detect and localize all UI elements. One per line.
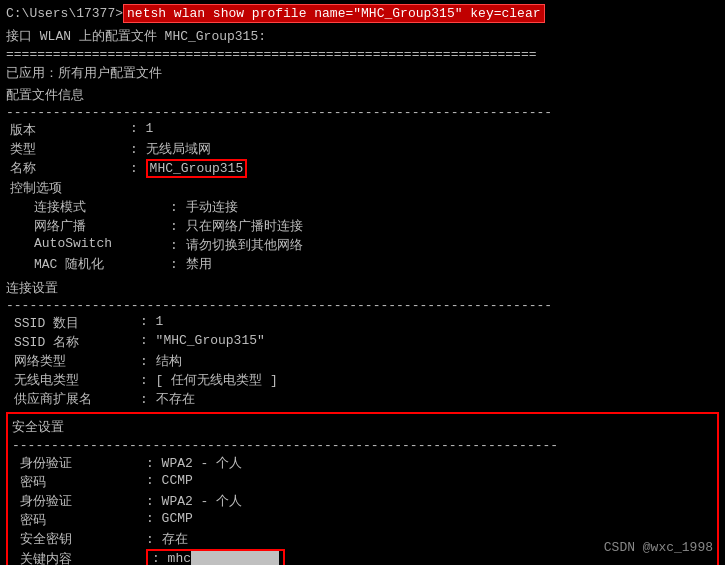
dash-separator-3: ----------------------------------------… <box>12 438 713 453</box>
auth2-val: : WPA2 - 个人 <box>146 492 242 510</box>
field-broadcast-key: 网络广播 <box>10 217 170 235</box>
vendor-ext-key: 供应商扩展名 <box>10 390 140 408</box>
separator-top: ========================================… <box>6 47 719 62</box>
field-autoswitch-key: AutoSwitch <box>10 236 170 254</box>
network-type-val: : 结构 <box>140 352 182 370</box>
field-auth1: 身份验证 : WPA2 - 个人 <box>12 454 713 472</box>
field-mac-random-val: : 禁用 <box>170 255 212 273</box>
field-type: 类型 : 无线局域网 <box>6 140 719 158</box>
key-content-blurred: ●●●●●●●●● <box>191 551 279 565</box>
security-key-label: 安全密钥 <box>16 530 146 548</box>
field-connect-mode: 连接模式 : 手动连接 <box>6 198 719 216</box>
radio-type-val: : [ 任何无线电类型 ] <box>140 371 278 389</box>
applied-line: 已应用：所有用户配置文件 <box>6 64 719 82</box>
cipher1-key: 密码 <box>16 473 146 491</box>
cmd-prompt: C:\Users\17377 <box>6 6 115 21</box>
field-cipher2: 密码 : GCMP <box>12 511 713 529</box>
field-mac-random-key: MAC 随机化 <box>10 255 170 273</box>
dash-separator-1: ----------------------------------------… <box>6 105 719 120</box>
command-input-line: C:\Users\17377 > netsh wlan show profile… <box>6 4 719 23</box>
ssid-count-key: SSID 数目 <box>10 314 140 332</box>
profile-info-title: 配置文件信息 <box>6 86 719 104</box>
field-version-val: : 1 <box>130 121 153 139</box>
field-autoswitch: AutoSwitch : 请勿切换到其他网络 <box>6 236 719 254</box>
field-autoswitch-val: : 请勿切换到其他网络 <box>170 236 303 254</box>
field-ssid-name: SSID 名称 : "MHC_Group315" <box>6 333 719 351</box>
cipher1-val: : CCMP <box>146 473 193 491</box>
dash-separator-2: ----------------------------------------… <box>6 298 719 313</box>
auth1-key: 身份验证 <box>16 454 146 472</box>
ssid-name-key: SSID 名称 <box>10 333 140 351</box>
field-mac-random: MAC 随机化 : 禁用 <box>6 255 719 273</box>
field-type-key: 类型 <box>10 140 130 158</box>
key-content-label: 关键内容 <box>16 550 146 566</box>
field-control-key: 控制选项 <box>10 179 130 197</box>
ssid-highlight-box: MHC_Group315 <box>146 159 248 178</box>
vendor-ext-val: : 不存在 <box>140 390 195 408</box>
field-cipher1: 密码 : CCMP <box>12 473 713 491</box>
cipher2-val: : GCMP <box>146 511 193 529</box>
key-content-box: : mhc●●●●●●●●● <box>146 549 285 565</box>
csdn-watermark: CSDN @wxc_1998 <box>604 540 713 555</box>
cmd-command: netsh wlan show profile name="MHC_Group3… <box>123 4 544 23</box>
cipher2-key: 密码 <box>16 511 146 529</box>
network-type-key: 网络类型 <box>10 352 140 370</box>
field-broadcast-val: : 只在网络广播时连接 <box>170 217 303 235</box>
field-version-key: 版本 <box>10 121 130 139</box>
field-network-type: 网络类型 : 结构 <box>6 352 719 370</box>
field-type-val: : 无线局域网 <box>130 140 211 158</box>
security-key-val: : 存在 <box>146 530 188 548</box>
terminal-window: C:\Users\17377 > netsh wlan show profile… <box>0 0 725 565</box>
field-auth2: 身份验证 : WPA2 - 个人 <box>12 492 713 510</box>
field-vendor-ext: 供应商扩展名 : 不存在 <box>6 390 719 408</box>
field-connect-mode-val: : 手动连接 <box>170 198 238 216</box>
ssid-name-val: : "MHC_Group315" <box>140 333 265 351</box>
field-radio-type: 无线电类型 : [ 任何无线电类型 ] <box>6 371 719 389</box>
field-name-val: : MHC_Group315 <box>130 159 247 178</box>
field-control: 控制选项 <box>6 179 719 197</box>
cmd-arrow: > <box>115 6 123 21</box>
field-name: 名称 : MHC_Group315 <box>6 159 719 178</box>
auth1-val: : WPA2 - 个人 <box>146 454 242 472</box>
security-title: 安全设置 <box>12 418 713 436</box>
connection-title: 连接设置 <box>6 279 719 297</box>
ssid-count-val: : 1 <box>140 314 163 332</box>
field-connect-mode-key: 连接模式 <box>10 198 170 216</box>
radio-type-key: 无线电类型 <box>10 371 140 389</box>
field-name-key: 名称 <box>10 159 130 178</box>
interface-line: 接口 WLAN 上的配置文件 MHC_Group315: <box>6 27 719 45</box>
auth2-key: 身份验证 <box>16 492 146 510</box>
field-version: 版本 : 1 <box>6 121 719 139</box>
field-ssid-count: SSID 数目 : 1 <box>6 314 719 332</box>
key-content-prefix: : mhc <box>152 551 191 565</box>
field-broadcast: 网络广播 : 只在网络广播时连接 <box>6 217 719 235</box>
